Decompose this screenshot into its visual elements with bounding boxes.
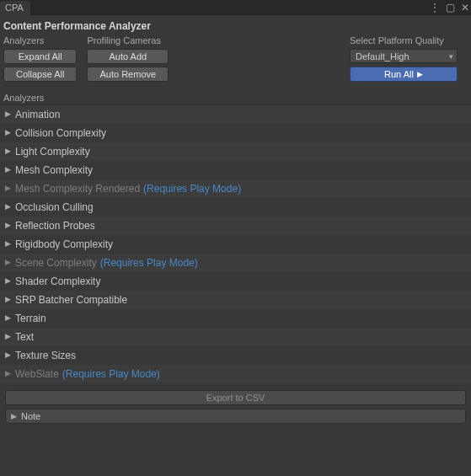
chevron-right-icon: ▶ xyxy=(5,351,11,359)
analyzer-label: Shader Complexity xyxy=(15,275,100,287)
chevron-right-icon: ▶ xyxy=(5,222,11,229)
analyzer-label: Animation xyxy=(15,109,60,120)
chevron-right-icon: ▶ xyxy=(5,333,11,340)
analyzer-row[interactable]: ▶Animation xyxy=(0,105,471,124)
analyzer-row[interactable]: ▶Text xyxy=(0,328,471,346)
titlebar: CPA ⋮ ▢ ✕ xyxy=(0,0,471,15)
requires-play-mode-badge: (Requires Play Mode) xyxy=(62,368,160,380)
analyzer-label: Reflection Probes xyxy=(15,220,95,232)
analyzer-row[interactable]: ▶Shader Complexity xyxy=(0,272,471,291)
titlebar-controls: ⋮ ▢ ✕ xyxy=(430,3,471,13)
analyzer-row[interactable]: ▶SRP Batcher Compatible xyxy=(0,291,471,309)
analyzer-label: Scene Complexity xyxy=(15,257,97,269)
collapse-all-button[interactable]: Collapse All xyxy=(3,67,77,82)
toolbar-col-profiling: Profiling Cameras Auto Add Auto Remove xyxy=(87,35,169,84)
analyzer-label: Collision Complexity xyxy=(15,127,106,139)
toolbar-col-analyzers-label: Analyzers xyxy=(3,35,77,45)
chevron-right-icon: ▶ xyxy=(5,110,11,118)
panel-tab[interactable]: CPA xyxy=(0,1,30,15)
export-csv-label: Export to CSV xyxy=(206,393,265,403)
chevron-right-icon: ▶ xyxy=(5,240,11,248)
analyzer-label: Mesh Complexity Rendered xyxy=(15,183,140,195)
analyzer-row[interactable]: ▶Light Complexity xyxy=(0,142,471,161)
note-row[interactable]: ▶ Note xyxy=(5,409,466,424)
toolbar: Analyzers Expand All Collapse All Profil… xyxy=(0,34,471,89)
analyzer-row[interactable]: ▶Occlusion Culling xyxy=(0,198,471,217)
analyzer-label: Text xyxy=(15,331,34,343)
chevron-right-icon: ▶ xyxy=(5,147,11,155)
analyzer-label: Rigidbody Complexity xyxy=(15,238,113,250)
toolbar-col-analyzers: Analyzers Expand All Collapse All xyxy=(3,35,77,84)
platform-quality-label: Select Platform Quality xyxy=(350,35,458,45)
close-icon[interactable]: ✕ xyxy=(461,3,469,13)
analyzer-label: WebSlate xyxy=(15,368,59,380)
analyzer-row[interactable]: ▶Collision Complexity xyxy=(0,124,471,142)
chevron-right-icon: ▶ xyxy=(5,185,11,192)
toolbar-col-platform: Select Platform Quality Default_High Run… xyxy=(350,35,458,82)
chevron-right-icon: ▶ xyxy=(5,129,11,136)
analyzer-label: Mesh Complexity xyxy=(15,164,93,176)
analyzer-label: Texture Sizes xyxy=(15,350,76,361)
chevron-right-icon: ▶ xyxy=(5,296,11,303)
auto-add-button[interactable]: Auto Add xyxy=(87,49,169,64)
requires-play-mode-badge: (Requires Play Mode) xyxy=(100,257,198,269)
analyzer-row[interactable]: ▶WebSlate(Requires Play Mode) xyxy=(0,365,471,383)
chevron-right-icon: ▶ xyxy=(5,166,11,174)
chevron-right-icon: ▶ xyxy=(5,314,11,322)
analyzers-tree: ▶Animation▶Collision Complexity▶Light Co… xyxy=(0,104,471,383)
analyzer-row[interactable]: ▶Reflection Probes xyxy=(0,217,471,235)
chevron-right-icon: ▶ xyxy=(5,203,11,211)
chevron-right-icon: ▶ xyxy=(11,413,17,420)
run-all-label: Run All xyxy=(384,67,414,82)
expand-all-button[interactable]: Expand All xyxy=(3,49,77,64)
analyzer-row[interactable]: ▶Mesh Complexity Rendered(Requires Play … xyxy=(0,179,471,198)
export-csv-button[interactable]: Export to CSV xyxy=(5,390,466,405)
chevron-right-icon: ▶ xyxy=(5,259,11,266)
analyzer-row[interactable]: ▶Rigidbody Complexity xyxy=(0,235,471,254)
analyzer-label: Light Complexity xyxy=(15,146,90,158)
panel-tab-label: CPA xyxy=(5,3,24,13)
auto-remove-button[interactable]: Auto Remove xyxy=(87,67,169,82)
analyzer-row[interactable]: ▶Scene Complexity(Requires Play Mode) xyxy=(0,254,471,272)
run-all-button[interactable]: Run All ▶ xyxy=(350,67,458,82)
analyzer-label: Occlusion Culling xyxy=(15,201,94,213)
play-icon: ▶ xyxy=(417,67,423,82)
requires-play-mode-badge: (Requires Play Mode) xyxy=(143,183,241,195)
analyzer-row[interactable]: ▶Mesh Complexity xyxy=(0,161,471,179)
analyzer-label: SRP Batcher Compatible xyxy=(15,294,127,306)
analyzer-row[interactable]: ▶Terrain xyxy=(0,309,471,328)
analyzers-section-label: Analyzers xyxy=(0,89,471,104)
note-label: Note xyxy=(21,411,40,421)
toolbar-col-profiling-label: Profiling Cameras xyxy=(87,35,169,45)
platform-quality-select[interactable]: Default_High xyxy=(350,49,458,63)
chevron-right-icon: ▶ xyxy=(5,370,11,377)
kebab-menu-icon[interactable]: ⋮ xyxy=(430,3,440,13)
chevron-right-icon: ▶ xyxy=(5,277,11,285)
page-title: Content Performance Analyzer xyxy=(0,15,471,34)
analyzer-label: Terrain xyxy=(15,313,46,324)
analyzer-row[interactable]: ▶Texture Sizes xyxy=(0,346,471,365)
maximize-icon[interactable]: ▢ xyxy=(446,3,455,13)
